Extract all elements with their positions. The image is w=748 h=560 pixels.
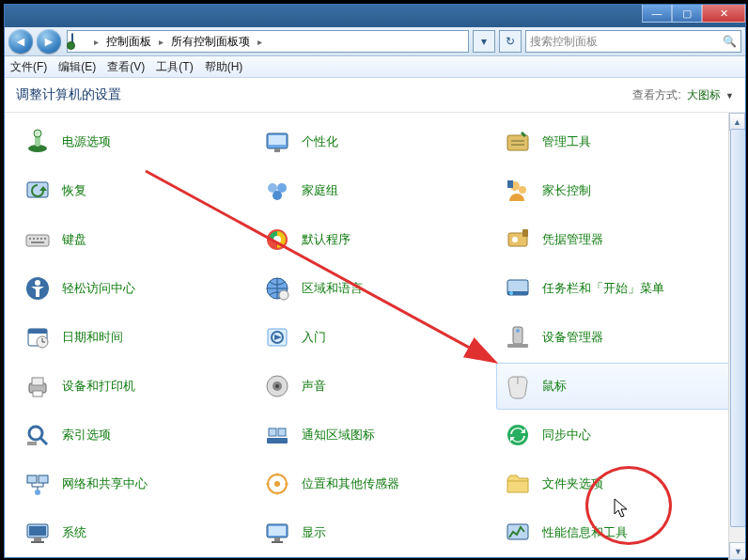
index-icon	[23, 420, 53, 450]
control-panel-item[interactable]: 性能信息和工具	[496, 509, 734, 556]
item-label: 恢复	[62, 182, 86, 199]
svg-rect-14	[26, 235, 49, 246]
breadcrumb[interactable]: ▸ 控制面板 ▸ 所有控制面板项 ▸	[67, 30, 469, 53]
control-panel-item[interactable]: 默认程序	[256, 216, 493, 263]
close-button[interactable]: ✕	[702, 5, 745, 23]
control-panel-item[interactable]: 网络和共享中心	[16, 460, 254, 507]
control-panel-item[interactable]: 设备和打印机	[16, 363, 254, 410]
breadcrumb-part[interactable]: 控制面板	[106, 34, 151, 50]
mouse-icon	[503, 371, 533, 401]
network-icon	[23, 469, 53, 499]
svg-rect-50	[269, 428, 276, 436]
scroll-down-button[interactable]: ▼	[729, 542, 745, 560]
menu-tools[interactable]: 工具(T)	[156, 59, 193, 75]
location-icon	[262, 469, 292, 499]
control-panel-item[interactable]: 电源选项	[16, 118, 254, 165]
datetime-icon	[23, 322, 53, 352]
item-label: 文件夹选项	[542, 475, 603, 492]
svg-point-46	[275, 384, 279, 388]
control-panel-item[interactable]: 位置和其他传感器	[256, 460, 493, 507]
control-panel-item[interactable]: 任务栏和「开始」菜单	[496, 265, 734, 312]
homegroup-icon	[262, 176, 292, 206]
control-panel-item[interactable]: 文件夹选项	[496, 460, 734, 507]
svg-point-29	[279, 290, 288, 300]
item-label: 键盘	[62, 231, 86, 248]
power-icon	[23, 127, 53, 157]
menu-edit[interactable]: 编辑(E)	[58, 59, 96, 75]
svg-point-2	[34, 130, 41, 137]
ease-icon	[23, 273, 53, 303]
svg-point-40	[516, 329, 520, 333]
svg-point-22	[273, 236, 281, 243]
forward-button[interactable]: ►	[37, 29, 61, 54]
svg-rect-6	[507, 135, 528, 150]
scroll-thumb[interactable]	[730, 129, 745, 527]
control-panel-item[interactable]: 家庭组	[256, 167, 493, 214]
control-panel-item[interactable]: 入门	[256, 314, 493, 361]
item-label: 声音	[302, 378, 326, 395]
item-label: 位置和其他传感器	[302, 475, 399, 492]
control-panel-item[interactable]: 区域和语言	[256, 265, 493, 312]
item-label: 索引选项	[62, 427, 111, 443]
item-label: 个性化	[302, 133, 338, 150]
refresh-button[interactable]: ↻	[499, 30, 522, 53]
svg-point-57	[274, 481, 280, 487]
menu-file[interactable]: 文件(F)	[10, 59, 47, 75]
control-panel-item[interactable]: 系统	[16, 509, 254, 556]
svg-rect-61	[31, 541, 44, 543]
minimize-button[interactable]: —	[642, 5, 672, 23]
svg-point-32	[509, 291, 513, 295]
parental-icon	[503, 176, 533, 206]
svg-rect-18	[40, 238, 42, 240]
control-panel-item[interactable]: 索引选项	[16, 412, 254, 459]
control-panel-item[interactable]: 设备管理器	[496, 314, 734, 361]
control-panel-item[interactable]: 凭据管理器	[496, 216, 734, 263]
personalize-icon	[262, 127, 292, 157]
control-panel-item[interactable]: 管理工具	[496, 118, 734, 165]
item-label: 家长控制	[542, 182, 591, 199]
item-label: 日期和时间	[62, 329, 123, 346]
search-icon: 🔍	[723, 35, 737, 48]
control-panel-item[interactable]: 个性化	[256, 118, 493, 165]
control-panel-item[interactable]: 同步中心	[496, 412, 734, 459]
svg-rect-5	[274, 148, 280, 152]
sound-icon	[262, 371, 292, 401]
items-viewport: 电源选项个性化管理工具恢复家庭组家长控制键盘默认程序凭据管理器轻松访问中心区域和…	[5, 113, 745, 560]
control-panel-item[interactable]: 恢复	[16, 167, 254, 214]
search-input[interactable]: 搜索控制面板 🔍	[525, 30, 741, 53]
menu-help[interactable]: 帮助(H)	[205, 59, 243, 75]
item-label: 显示	[302, 524, 326, 541]
control-panel-item[interactable]: 家长控制	[496, 167, 734, 214]
svg-point-10	[273, 191, 282, 200]
control-panel-item[interactable]: 通知区域图标	[256, 412, 493, 459]
control-panel-item[interactable]: 日期和时间	[16, 314, 254, 361]
breadcrumb-part[interactable]: 所有控制面板项	[171, 34, 250, 50]
item-label: 设备管理器	[542, 329, 603, 346]
vertical-scrollbar[interactable]: ▲ ▼	[728, 113, 745, 560]
address-dropdown-button[interactable]: ▾	[473, 30, 495, 53]
svg-rect-51	[278, 428, 286, 436]
address-bar: ◄ ► ▸ 控制面板 ▸ 所有控制面板项 ▸ ▾ ↻ 搜索控制面板 🔍	[5, 27, 745, 56]
control-panel-item[interactable]: 鼠标	[496, 363, 734, 410]
view-by-selector[interactable]: 大图标 ▼	[687, 87, 734, 103]
titlebar: — ▢ ✕	[5, 5, 745, 27]
svg-point-47	[29, 427, 42, 440]
control-panel-item[interactable]: 键盘	[16, 216, 254, 263]
content-area: 调整计算机的设置 查看方式: 大图标 ▼ 电源选项个性化管理工具恢复家庭组家长控…	[5, 78, 745, 559]
window-controls: — ▢ ✕	[642, 5, 745, 23]
back-button[interactable]: ◄	[8, 29, 33, 54]
svg-rect-59	[29, 526, 46, 536]
control-panel-item[interactable]: 声音	[256, 363, 493, 410]
control-panel-item[interactable]: 显示	[256, 509, 493, 556]
svg-rect-16	[33, 238, 35, 240]
menu-view[interactable]: 查看(V)	[107, 59, 145, 75]
svg-rect-15	[29, 238, 31, 240]
defaultprog-icon	[262, 225, 292, 255]
svg-point-55	[35, 490, 40, 495]
content-header: 调整计算机的设置 查看方式: 大图标 ▼	[5, 78, 745, 113]
svg-rect-34	[28, 329, 47, 334]
control-panel-item[interactable]: 轻松访问中心	[16, 265, 254, 312]
admintools-icon	[503, 127, 533, 157]
maximize-button[interactable]: ▢	[672, 5, 702, 23]
control-panel-window: — ▢ ✕ ◄ ► ▸ 控制面板 ▸ 所有控制面板项 ▸ ▾ ↻ 搜索控制面板 …	[4, 4, 746, 558]
